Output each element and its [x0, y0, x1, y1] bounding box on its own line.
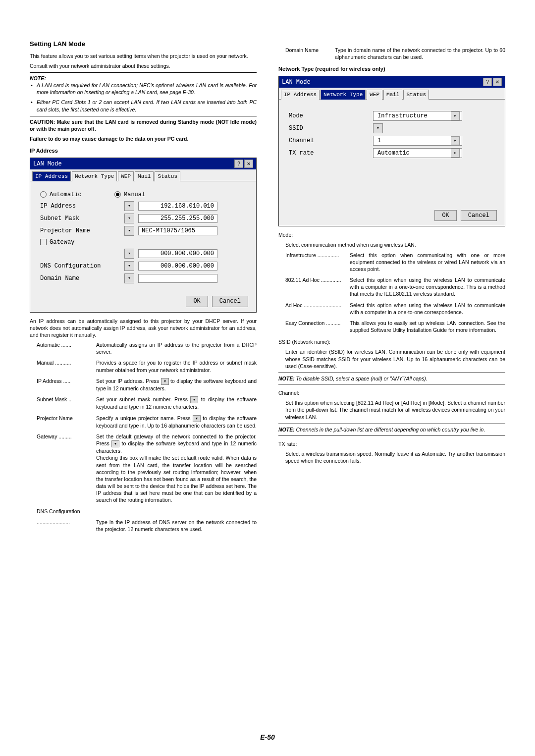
projector-name-label: Projector Name	[40, 227, 124, 235]
channel-desc: Set this option when selecting [802.11 A…	[285, 399, 505, 421]
tab-wep[interactable]: WEP	[367, 90, 382, 100]
help-icon[interactable]: ?	[234, 160, 243, 168]
tab-network-type[interactable]: Network Type	[321, 90, 366, 100]
tab-mail[interactable]: Mail	[383, 90, 402, 100]
def: Type in domain name of the network conne…	[335, 47, 505, 60]
term: Domain Name	[285, 47, 319, 53]
page-number: E-50	[0, 733, 535, 742]
rule	[30, 116, 257, 116]
gateway-checkbox[interactable]	[40, 239, 47, 245]
keyboard-icon	[161, 378, 169, 385]
ssid-desc: Enter an identifier (SSID) for wireless …	[285, 348, 505, 370]
rule	[278, 424, 505, 424]
term: 802.11 Ad Hoc	[285, 277, 320, 283]
note: NOTE: Channels in the pull-down list are…	[278, 426, 505, 433]
lan-mode-ip-dialog: LAN Mode?✕ IP Address Network Type WEP M…	[30, 158, 257, 312]
ssid-label: SSID	[289, 124, 373, 132]
keyboard-icon[interactable]	[124, 249, 134, 259]
term: Infrastructure	[285, 252, 316, 258]
para: An IP address can be automatically assig…	[30, 318, 257, 339]
keyboard-icon[interactable]	[124, 226, 134, 236]
def: Provides a space for you to register the…	[96, 359, 257, 373]
caution: Failure to do so may cause damage to the…	[30, 135, 257, 142]
mode-desc: Select communication method when using w…	[285, 241, 505, 248]
radio-automatic[interactable]	[40, 191, 47, 198]
domain-name-label: Domain Name	[40, 274, 124, 282]
dns-field[interactable]: 000.000.000.000	[138, 262, 217, 270]
tab-status[interactable]: Status	[403, 90, 429, 100]
subhead-ip: IP Address	[30, 147, 257, 155]
ok-button[interactable]: OK	[434, 210, 456, 221]
caution: CAUTION: Make sure that the LAN card is …	[30, 118, 257, 132]
tab-ip-address[interactable]: IP Address	[32, 171, 71, 181]
tx-desc: Select a wireless transmission speed. No…	[285, 450, 505, 464]
keyboard-icon[interactable]	[124, 201, 134, 211]
heading: Setting LAN Mode	[30, 40, 257, 49]
keyboard-icon[interactable]	[124, 273, 134, 283]
ip-address-label: IP Address	[40, 202, 124, 210]
term: DNS Configuration	[37, 508, 96, 515]
domain-name-field[interactable]	[138, 274, 217, 283]
ip-address-field[interactable]: 192.168.010.010	[138, 202, 217, 211]
tx-heading: TX rate:	[278, 440, 505, 447]
dropdown-icon[interactable]	[451, 149, 460, 158]
cancel-button[interactable]: Cancel	[461, 210, 497, 221]
mode-heading: Mode:	[278, 231, 505, 238]
def: Type in the IP address of DNS server on …	[96, 519, 257, 533]
term: IP Address	[37, 378, 62, 384]
txrate-select[interactable]: Automatic	[373, 148, 462, 158]
tab-wep[interactable]: WEP	[118, 171, 134, 181]
keyboard-icon	[190, 396, 198, 403]
tab-network-type[interactable]: Network Type	[72, 171, 117, 181]
def: Set your subnet mask number. Press to di…	[96, 396, 257, 410]
keyboard-icon[interactable]	[124, 214, 134, 223]
def: Select this option when using the wirele…	[350, 302, 505, 316]
keyboard-icon	[111, 440, 119, 447]
tab-ip-address[interactable]: IP Address	[281, 90, 320, 100]
term: Gateway	[37, 433, 57, 439]
mode-label: Mode	[289, 112, 373, 120]
note-label: NOTE:	[30, 75, 257, 82]
rule	[278, 384, 505, 384]
rule	[30, 72, 257, 73]
def: Select this option when using the wirele…	[350, 276, 505, 298]
close-icon[interactable]: ✕	[244, 160, 253, 168]
lan-mode-network-dialog: LAN Mode?✕ IP Address Network Type WEP M…	[278, 76, 505, 226]
dropdown-icon[interactable]	[451, 111, 460, 120]
term: Ad Hoc	[285, 302, 302, 308]
para: Consult with your network administrator …	[30, 62, 257, 69]
keyboard-icon[interactable]	[124, 261, 134, 271]
channel-label: Channel	[289, 137, 373, 145]
dialog-title: LAN Mode	[33, 160, 62, 168]
channel-select[interactable]: 1	[373, 136, 462, 146]
close-icon[interactable]: ✕	[493, 78, 502, 86]
radio-manual[interactable]	[114, 191, 121, 198]
def: Specify a unique projector name. Press t…	[96, 415, 257, 429]
ok-button[interactable]: OK	[186, 296, 208, 307]
para: This feature allows you to set various s…	[30, 53, 257, 59]
def: Select this option when communicating wi…	[350, 252, 505, 273]
def: Automatically assigns an IP address to t…	[96, 341, 257, 355]
rule	[278, 373, 505, 373]
tab-mail[interactable]: Mail	[135, 171, 154, 181]
dialog-title: LAN Mode	[282, 78, 311, 86]
term: Manual	[37, 360, 54, 366]
subnet-mask-field[interactable]: 255.255.255.000	[138, 214, 217, 223]
radio-automatic-label: Automatic	[50, 191, 82, 198]
note-item: Either PC Card Slots 1 or 2 can accept L…	[37, 99, 257, 112]
rule	[278, 435, 505, 435]
mode-select[interactable]: Infrastructure	[373, 111, 462, 121]
def: Set your IP address. Press to display th…	[96, 378, 257, 392]
keyboard-icon	[193, 415, 201, 422]
tab-status[interactable]: Status	[155, 171, 180, 181]
projector-name-field[interactable]: NEC-MT1075/1065	[138, 226, 217, 235]
cancel-button[interactable]: Cancel	[212, 296, 248, 307]
gateway-field[interactable]: 000.000.000.000	[138, 249, 217, 258]
note: NOTE: To disable SSID, select a space (n…	[278, 375, 505, 382]
keyboard-icon[interactable]	[373, 123, 383, 133]
help-icon[interactable]: ?	[483, 78, 492, 86]
dropdown-icon[interactable]	[451, 136, 460, 145]
gateway-label: Gateway	[50, 239, 74, 246]
channel-heading: Channel:	[278, 389, 505, 396]
txrate-label: TX rate	[289, 149, 373, 157]
